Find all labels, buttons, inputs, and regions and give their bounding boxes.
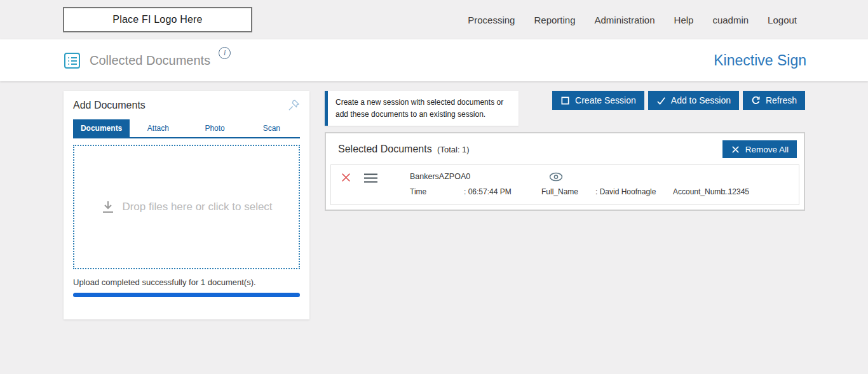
nav-help[interactable]: Help xyxy=(674,15,694,25)
document-field-time: Time: 06:57:44 PM xyxy=(410,187,541,196)
add-to-session-button[interactable]: Add to Session xyxy=(648,91,739,110)
main-content: Add Documents Documents Attach Photo Sca… xyxy=(0,81,868,374)
square-icon xyxy=(560,96,570,105)
session-buttons: Create Session Add to Session Refresh xyxy=(552,91,805,110)
page-title: Collected Documents xyxy=(90,53,210,68)
document-name: BankersAZPOA0 xyxy=(410,172,541,182)
selected-documents-panel: Selected Documents (Total: 1) Remove All xyxy=(325,132,805,211)
tab-attach[interactable]: Attach xyxy=(130,119,186,137)
nav-logout[interactable]: Logout xyxy=(768,15,797,25)
brand-title: Kinective Sign xyxy=(714,52,806,69)
preview-eye-icon[interactable] xyxy=(549,172,563,182)
top-bar: Place FI Logo Here Processing Reporting … xyxy=(0,0,868,39)
refresh-icon xyxy=(751,96,761,105)
remove-document-icon[interactable] xyxy=(341,172,351,183)
add-documents-tabs: Documents Attach Photo Scan xyxy=(73,119,300,138)
remove-all-button[interactable]: Remove All xyxy=(722,140,797,158)
field-label: Full_Name xyxy=(541,187,595,196)
page-header: Collected Documents i Kinective Sign xyxy=(0,39,868,81)
tab-scan[interactable]: Scan xyxy=(243,119,300,137)
collected-documents-icon xyxy=(64,52,81,69)
file-dropzone[interactable]: Drop files here or click to select xyxy=(73,145,300,269)
session-info-text: Create a new session with selected docum… xyxy=(336,98,503,119)
document-row: BankersAZPOA0 Time: 06:57:44 PM Full_Nam… xyxy=(330,164,799,205)
create-session-button[interactable]: Create Session xyxy=(552,91,644,110)
nav-reporting[interactable]: Reporting xyxy=(534,15,575,25)
download-icon xyxy=(100,199,116,215)
upload-progress-bar xyxy=(73,293,300,297)
add-documents-title: Add Documents xyxy=(73,100,146,111)
document-field-full-name: Full_Name: David Hoofnagle xyxy=(541,187,673,196)
add-to-session-label: Add to Session xyxy=(671,95,731,105)
selected-documents-total: (Total: 1) xyxy=(437,145,470,154)
field-value: : David Hoofnagle xyxy=(595,187,656,196)
refresh-button[interactable]: Refresh xyxy=(743,91,805,110)
remove-all-label: Remove All xyxy=(745,145,789,154)
drag-handle-icon[interactable] xyxy=(363,173,378,184)
info-icon[interactable]: i xyxy=(219,47,231,59)
field-value: : 06:57:44 PM xyxy=(464,187,512,196)
add-documents-panel: Add Documents Documents Attach Photo Sca… xyxy=(64,91,309,319)
top-nav: Processing Reporting Administration Help… xyxy=(468,15,797,25)
nav-administration[interactable]: Administration xyxy=(595,15,655,25)
fi-logo-placeholder: Place FI Logo Here xyxy=(63,7,252,32)
nav-cuadmin[interactable]: cuadmin xyxy=(712,15,749,25)
tab-documents[interactable]: Documents xyxy=(73,119,130,137)
session-info-box: Create a new session with selected docum… xyxy=(325,91,519,126)
field-label: Time xyxy=(410,187,464,196)
pin-icon[interactable] xyxy=(287,99,300,112)
document-field-account-number: Account_Numb...: 12345 xyxy=(673,187,749,196)
checkmark-icon xyxy=(656,96,666,105)
selected-documents-title: Selected Documents xyxy=(338,144,432,154)
tab-photo[interactable]: Photo xyxy=(187,119,243,137)
nav-processing[interactable]: Processing xyxy=(468,15,515,25)
refresh-label: Refresh xyxy=(766,95,797,105)
field-value: : 12345 xyxy=(724,187,749,196)
selected-documents-header: Selected Documents (Total: 1) xyxy=(338,144,470,155)
dropzone-label: Drop files here or click to select xyxy=(122,201,272,213)
create-session-label: Create Session xyxy=(575,95,636,105)
session-column: Create a new session with selected docum… xyxy=(325,91,805,211)
field-label: Account_Numb... xyxy=(673,187,724,196)
upload-status-text: Upload completed successfully for 1 docu… xyxy=(73,277,300,287)
document-details: BankersAZPOA0 Time: 06:57:44 PM Full_Nam… xyxy=(410,172,749,196)
x-icon xyxy=(731,145,740,154)
